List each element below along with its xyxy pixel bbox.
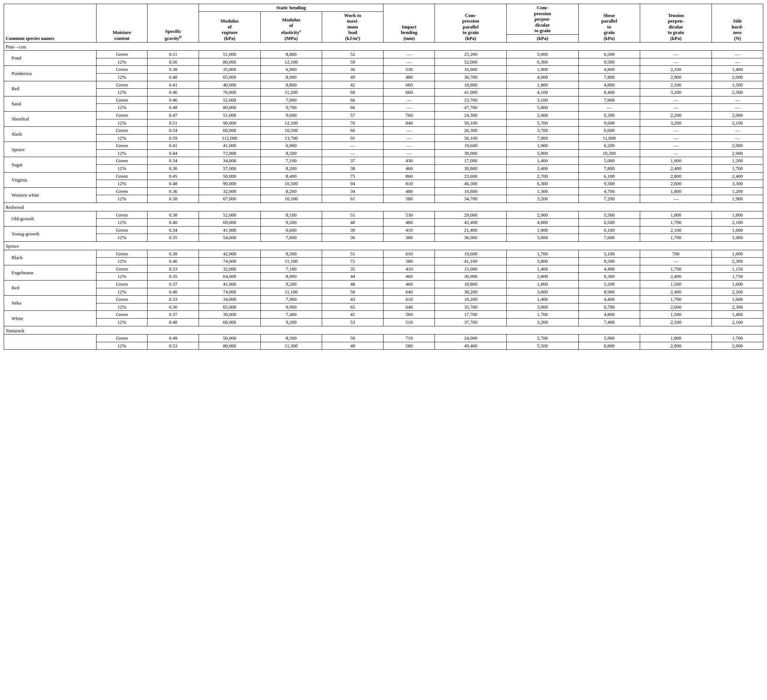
data-cell: 2,400 [507, 111, 578, 119]
data-cell: 6,500 [578, 51, 640, 59]
data-cell: — [640, 134, 712, 142]
data-row: WhiteGreen0.3739,0007,4004156017,7001,70… [4, 311, 763, 319]
data-cell: 49 [322, 342, 384, 350]
col-impact-header: Impactbending(mm) [384, 4, 435, 43]
data-cell: 640 [384, 288, 435, 296]
data-cell: 74,000 [199, 288, 260, 296]
data-cell: 8,900 [260, 273, 322, 281]
data-cell: 0.40 [148, 318, 199, 326]
data-cell: 51 [322, 250, 384, 257]
data-cell: 37,700 [435, 318, 507, 326]
data-cell: 1,900 [712, 195, 763, 203]
data-cell: 1,700 [507, 311, 578, 319]
data-cell: 9,700 [260, 104, 322, 112]
data-cell: Green [96, 111, 148, 119]
data-cell: 3,600 [507, 234, 578, 242]
data-row: PondGreen0.5151,0008,80052—25,2003,0006,… [4, 51, 763, 59]
data-cell: 8,200 [260, 187, 322, 195]
data-cell: 2,200 [712, 288, 763, 296]
data-cell: 580 [384, 257, 435, 265]
data-cell: 0.33 [148, 265, 199, 273]
data-cell: 69,000 [199, 219, 260, 227]
data-cell: 0.56 [148, 58, 199, 66]
data-cell: 0.54 [148, 127, 199, 135]
data-cell: 7,800 [578, 165, 640, 173]
data-cell: 16,900 [435, 66, 507, 73]
data-cell: Green [96, 157, 148, 165]
data-cell: 710 [384, 335, 435, 342]
data-row: BlackGreen0.3842,0009,5005161019,6001,70… [4, 250, 763, 257]
data-row: 12%0.4069,0009,2004848042,4004,8006,5001… [4, 219, 763, 227]
data-cell: 0.36 [148, 165, 199, 173]
data-cell: 6,100 [578, 226, 640, 234]
col-work-header: Work tomaxi-mumload(kJ/m³) [322, 11, 384, 42]
data-cell: 5,200 [578, 280, 640, 288]
data-cell: 0.40 [148, 288, 199, 296]
data-cell: 1,200 [712, 187, 763, 195]
data-cell: 7,000 [260, 96, 322, 104]
data-cell: 8,100 [260, 211, 322, 219]
data-cell: 51,000 [199, 111, 260, 119]
data-cell: 12% [96, 134, 148, 142]
species-name-cell: Shortleaf [4, 111, 97, 126]
data-cell: 12% [96, 58, 148, 66]
data-cell: 80,000 [199, 58, 260, 66]
col-species-header: Common species names [4, 4, 97, 43]
data-cell: 7,900 [260, 296, 322, 303]
data-cell: 0.46 [148, 89, 199, 97]
data-cell: 34,000 [199, 157, 260, 165]
data-cell: 1,800 [712, 211, 763, 219]
data-cell: 3,000 [507, 51, 578, 59]
data-cell: Green [96, 127, 148, 135]
data-row: SitkaGreen0.3334,0007,9004361016,2001,40… [4, 296, 763, 303]
data-cell: 94 [322, 180, 384, 188]
data-cell: 9,600 [260, 111, 322, 119]
data-cell: — [384, 58, 435, 66]
data-cell: 65 [322, 303, 384, 311]
data-cell: 9,600 [578, 119, 640, 127]
data-cell: 8,400 [260, 172, 322, 180]
data-cell: 54,000 [199, 234, 260, 242]
data-cell: 41 [322, 311, 384, 319]
data-cell: 6,700 [578, 303, 640, 311]
data-cell: 5,100 [578, 250, 640, 257]
data-cell: — [640, 104, 712, 112]
data-cell: 0.46 [148, 96, 199, 104]
data-cell: 0.35 [148, 273, 199, 281]
data-cell: 9,500 [578, 58, 640, 66]
data-cell: — [712, 51, 763, 59]
data-cell: — [640, 142, 712, 150]
species-name-cell: Ponderosa [4, 66, 97, 81]
data-cell: 4,800 [507, 219, 578, 227]
group-row: Spruce [4, 242, 763, 250]
data-cell: 3,200 [507, 195, 578, 203]
data-cell: 2,700 [507, 335, 578, 342]
data-cell: 610 [384, 250, 435, 257]
data-cell: 1,800 [640, 187, 712, 195]
data-cell: 0.48 [148, 104, 199, 112]
data-cell: — [640, 195, 712, 203]
data-cell: 10,500 [260, 180, 322, 188]
data-cell: 660 [384, 81, 435, 89]
data-cell: 4,100 [507, 89, 578, 97]
data-cell: 4,700 [578, 187, 640, 195]
species-name-cell: Red [4, 280, 97, 295]
data-cell: 1,800 [507, 81, 578, 89]
data-cell: Green [96, 335, 148, 342]
data-cell: 19,600 [435, 250, 507, 257]
data-cell: 0.41 [148, 81, 199, 89]
data-cell: 3,200 [640, 119, 712, 127]
data-cell: 12% [96, 257, 148, 265]
data-cell: 36,700 [435, 73, 507, 81]
data-cell: 760 [384, 111, 435, 119]
data-cell: 1,800 [640, 335, 712, 342]
data-cell: 1,400 [712, 311, 763, 319]
data-cell: 19,600 [435, 142, 507, 150]
data-cell: 1,600 [712, 250, 763, 257]
data-row: 12%0.59112,00013,70091—56,1007,00011,600… [4, 134, 763, 142]
data-cell: 12% [96, 318, 148, 326]
data-cell: 41,900 [435, 89, 507, 97]
data-cell: 6,100 [578, 172, 640, 180]
data-cell: 0.36 [148, 187, 199, 195]
data-cell: 2,000 [712, 111, 763, 119]
